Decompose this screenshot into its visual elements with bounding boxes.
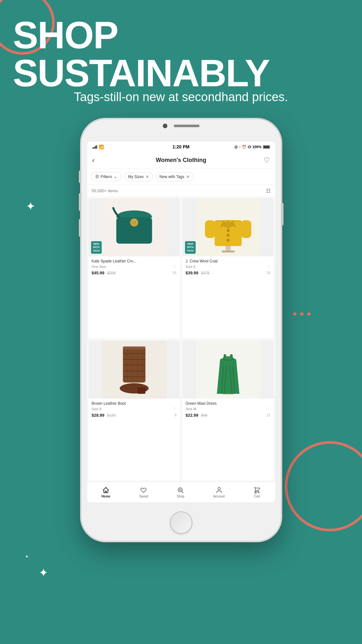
product-price-row-4: $22.99 $98 21 <box>186 412 271 418</box>
battery-icon <box>263 145 270 149</box>
new-with-tags-remove-icon[interactable]: ✕ <box>186 175 190 179</box>
phone-speaker <box>174 125 200 127</box>
saved-icon <box>140 487 147 494</box>
svg-point-39 <box>180 489 181 491</box>
nwt-badge-2: NEW WITH TAGS <box>185 241 196 254</box>
product-heart-icon-1[interactable]: ♡ <box>172 264 177 269</box>
tab-home-label: Home <box>101 495 110 498</box>
filters-button[interactable]: ☰ Filters ⌄ <box>91 172 121 181</box>
product-price-1: $45.99 <box>92 270 105 275</box>
product-image-4 <box>182 341 274 399</box>
phone-mute-button <box>79 171 81 183</box>
tab-saved[interactable]: Saved <box>139 487 148 498</box>
tab-shop[interactable]: Shop <box>177 487 184 498</box>
tab-cart[interactable]: Cart <box>254 487 261 498</box>
product-price-3: $28.99 <box>92 413 105 418</box>
nwt-badge-1: NEW WITH TAGS <box>91 241 102 254</box>
svg-rect-17 <box>123 347 145 383</box>
svg-point-40 <box>218 487 220 489</box>
product-info-3: Brown Leather Boot Size 8 ♡ $28.99 $120 … <box>88 399 180 421</box>
product-card-4[interactable]: Green Maxi Dress Size M ♡ $22.99 $98 21 <box>182 341 274 480</box>
back-button[interactable]: ‹ <box>92 156 95 165</box>
page-title: Women's Clothing <box>156 157 206 164</box>
product-card-2[interactable]: NEW WITH TAGS J. Crew Wool Coat Size 6 ♡ <box>182 198 274 338</box>
new-with-tags-filter-tag[interactable]: New with Tags ✕ <box>156 172 193 181</box>
product-price-row-3: $28.99 $120 8 <box>92 412 177 418</box>
phone-home-button[interactable] <box>170 511 192 534</box>
product-name-4: Green Maxi Dress <box>186 401 271 406</box>
phone-device: 📶 1:20 PM @ ↑ ⏰ ℺ 100% ‹ Women's Clothin… <box>81 119 281 541</box>
status-bar: 📶 1:20 PM @ ↑ ⏰ ℺ 100% <box>87 142 275 152</box>
product-size-row-1: One Size ♡ <box>92 264 177 269</box>
phone-volume-down-button <box>79 219 81 237</box>
product-size-2: Size 6 <box>186 265 196 269</box>
results-count: 50,000+ items <box>92 188 118 193</box>
filters-label: Filters <box>101 174 112 179</box>
bluetooth-icon: ℺ <box>248 145 251 149</box>
product-heart-icon-2[interactable]: ♡ <box>266 264 271 269</box>
tab-home[interactable]: Home <box>101 487 110 498</box>
filter-icon: ☰ <box>95 174 99 179</box>
product-likes-1: 15 <box>172 271 176 275</box>
product-image-1: T NEW WITH TAGS <box>88 198 180 256</box>
product-likes-3: 8 <box>174 413 176 417</box>
product-name-1: Kate Spade Leather Cro... <box>92 259 177 263</box>
product-info-4: Green Maxi Dress Size M ♡ $22.99 $98 21 <box>182 399 274 421</box>
status-left: 📶 <box>92 145 104 149</box>
nav-header: ‹ Women's Clothing ♡ <box>87 152 275 169</box>
svg-point-13 <box>227 239 229 242</box>
tab-saved-label: Saved <box>139 495 148 498</box>
product-size-row-3: Size 8 ♡ <box>92 406 177 412</box>
location-icon: ↑ <box>239 145 241 149</box>
grid-view-icon[interactable]: ☷ <box>266 188 271 194</box>
tab-bar: Home Saved Shop <box>87 482 275 502</box>
product-card-1[interactable]: T NEW WITH TAGS Kate Spade Leather Cro..… <box>88 198 180 338</box>
product-card-3[interactable]: Brown Leather Boot Size 8 ♡ $28.99 $120 … <box>88 341 180 480</box>
product-heart-icon-4[interactable]: ♡ <box>266 406 271 412</box>
svg-text:T: T <box>133 221 135 224</box>
my-sizes-remove-icon[interactable]: ✕ <box>145 175 149 179</box>
svg-point-12 <box>227 234 229 237</box>
at-icon: @ <box>234 145 238 149</box>
signal-bar-4 <box>96 145 97 149</box>
svg-rect-29 <box>123 346 145 349</box>
tab-account-label: Account <box>213 495 225 498</box>
status-right: @ ↑ ⏰ ℺ 100% <box>234 145 270 149</box>
product-price-2: $39.99 <box>186 270 199 275</box>
account-icon <box>216 487 223 494</box>
product-info-2: J. Crew Wool Coat Size 6 ♡ $39.99 $375 3… <box>182 256 274 279</box>
product-likes-4: 21 <box>266 413 270 417</box>
signal-bars <box>92 145 97 149</box>
shop-icon <box>177 487 184 494</box>
product-image-3 <box>88 341 180 399</box>
product-price-row-1: $45.99 $298 15 <box>92 270 177 276</box>
svg-rect-14 <box>205 220 215 238</box>
product-price-row-2: $39.99 $375 33 <box>186 270 271 276</box>
phone-power-button <box>281 203 283 225</box>
product-original-price-3: $120 <box>107 413 116 418</box>
product-likes-2: 33 <box>266 271 270 275</box>
product-grid: T NEW WITH TAGS Kate Spade Leather Cro..… <box>87 197 275 482</box>
new-with-tags-label: New with Tags <box>160 175 184 179</box>
svg-rect-15 <box>241 220 251 238</box>
product-name-3: Brown Leather Boot <box>92 401 177 406</box>
filters-chevron: ⌄ <box>114 174 117 179</box>
signal-bar-1 <box>92 147 93 149</box>
product-heart-icon-3[interactable]: ♡ <box>172 406 177 412</box>
wishlist-button[interactable]: ♡ <box>264 156 270 165</box>
filter-bar: ☰ Filters ⌄ My Sizes ✕ New with Tags ✕ <box>87 169 275 185</box>
deco-star-bottom-left-2: ✦ <box>39 566 48 580</box>
tab-account[interactable]: Account <box>213 487 225 498</box>
phone-body: 📶 1:20 PM @ ↑ ⏰ ℺ 100% ‹ Women's Clothin… <box>81 119 281 541</box>
alarm-icon: ⏰ <box>242 145 246 149</box>
product-price-4: $22.99 <box>186 413 199 418</box>
phone-camera <box>163 124 167 128</box>
product-info-1: Kate Spade Leather Cro... One Size ♡ $45… <box>88 256 180 279</box>
product-size-row-2: Size 6 ♡ <box>186 264 271 269</box>
battery-percent: 100% <box>252 145 261 149</box>
product-size-row-4: Size M ♡ <box>186 406 271 412</box>
signal-bar-3 <box>95 146 96 149</box>
product-original-price-1: $298 <box>107 271 116 275</box>
my-sizes-filter-tag[interactable]: My Sizes ✕ <box>125 172 153 181</box>
product-image-2: NEW WITH TAGS <box>182 198 274 256</box>
